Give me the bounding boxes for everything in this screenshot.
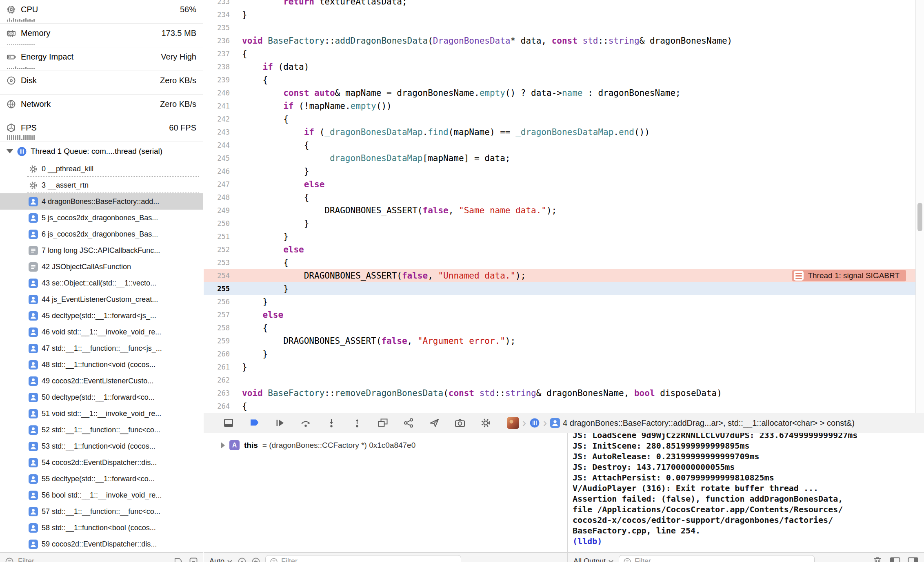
line-number[interactable]: 257 xyxy=(204,311,235,319)
debug-settings-gear-icon[interactable] xyxy=(480,417,492,429)
code-line-246[interactable]: 246 } xyxy=(204,165,924,178)
line-number[interactable]: 249 xyxy=(204,206,235,215)
stack-frame-59[interactable]: 59 cocos2d::EventDispatcher::dis... xyxy=(0,536,203,552)
stack-frame-43[interactable]: 43 se::Object::call(std::__1::vecto... xyxy=(0,275,203,291)
stack-frame-42[interactable]: 42 JSObjectCallAsFunction xyxy=(0,259,203,275)
disclosure-triangle-icon[interactable] xyxy=(221,442,225,449)
line-number[interactable]: 233 xyxy=(204,0,235,6)
clear-console-trash-icon[interactable] xyxy=(873,556,882,562)
thread-row[interactable]: Thread 1 Queue: com....thread (serial) xyxy=(0,142,203,161)
code-line-251[interactable]: 251 } xyxy=(204,230,924,243)
continue-button[interactable] xyxy=(274,417,286,429)
code-line-234[interactable]: 234} xyxy=(204,8,924,21)
hide-debug-area-button[interactable] xyxy=(222,417,235,429)
stack-frame-46[interactable]: 46 void std::__1::__invoke_void_re... xyxy=(0,324,203,340)
stack-frame-51[interactable]: 51 void std::__1::__invoke_void_re... xyxy=(0,405,203,422)
line-number[interactable]: 263 xyxy=(204,389,235,397)
line-number[interactable]: 240 xyxy=(204,89,235,97)
stack-frame-4[interactable]: 4 dragonBones::BaseFactory::add... xyxy=(0,193,203,210)
stack-frame-54[interactable]: 54 cocos2d::EventDispatcher::dis... xyxy=(0,454,203,471)
stack-frame-53[interactable]: 53 std::__1::function<void (cocos... xyxy=(0,438,203,454)
console-filter-field[interactable]: Filter xyxy=(619,555,815,562)
step-over-button[interactable] xyxy=(300,417,312,429)
current-frame-label[interactable]: 4 dragonBones::BaseFactory::addDrag...ar… xyxy=(563,418,855,428)
line-number[interactable]: 261 xyxy=(204,363,235,371)
line-number[interactable]: 248 xyxy=(204,193,235,201)
breakpoints-toggle-button[interactable] xyxy=(248,417,260,429)
code-line-249[interactable]: 249 DRAGONBONES_ASSERT(false, "Same name… xyxy=(204,204,924,217)
gauge-row-cpu[interactable]: CPU56% xyxy=(0,0,203,24)
debug-view-hierarchy-button[interactable] xyxy=(377,417,389,429)
stack-frame-5[interactable]: 5 js_cocos2dx_dragonbones_Bas... xyxy=(0,210,203,226)
line-number[interactable]: 244 xyxy=(204,141,235,149)
thread-jump-icon[interactable] xyxy=(529,418,540,428)
flag-variables-icon[interactable] xyxy=(251,557,260,562)
stack-frame-57[interactable]: 57 std::__1::__function::__func<co... xyxy=(0,503,203,520)
stack-frame-49[interactable]: 49 cocos2d::EventListenerCusto... xyxy=(0,373,203,389)
disclosure-triangle-icon[interactable] xyxy=(7,149,13,153)
code-line-239[interactable]: 239 { xyxy=(204,73,924,86)
code-line-242[interactable]: 242 { xyxy=(204,113,924,126)
app-process-icon[interactable] xyxy=(507,417,519,429)
code-line-240[interactable]: 240 const auto& mapName = dragonBonesNam… xyxy=(204,86,924,100)
editor-scrollbar[interactable] xyxy=(915,0,924,413)
variable-row-this[interactable]: A this = (dragonBones::CCFactory *) 0x1c… xyxy=(204,433,567,450)
code-line-243[interactable]: 243 if (_dragonBonesDataMap.find(mapName… xyxy=(204,126,924,139)
line-number[interactable]: 247 xyxy=(204,180,235,188)
line-number[interactable]: 255 xyxy=(204,285,235,293)
stack-frame-52[interactable]: 52 std::__1::__function::__func<co... xyxy=(0,422,203,438)
stack-frame-50[interactable]: 50 decltype(std::__1::forward<co... xyxy=(0,389,203,405)
source-editor[interactable]: 233 return textureAtlasData;234}235236vo… xyxy=(204,0,924,413)
gauge-row-disk[interactable]: DiskZero KB/s xyxy=(0,71,203,95)
crashed-threads-filter-icon[interactable] xyxy=(189,557,198,562)
memory-graph-button[interactable] xyxy=(402,417,415,429)
stack-frame-45[interactable]: 45 decltype(std::__1::forward<js_... xyxy=(0,308,203,324)
line-number[interactable]: 258 xyxy=(204,324,235,332)
step-out-button[interactable] xyxy=(351,417,363,429)
code-line-252[interactable]: 252 else xyxy=(204,243,924,256)
line-number[interactable]: 259 xyxy=(204,337,235,345)
stack-frame-55[interactable]: 55 decltype(std::__1::forward<co... xyxy=(0,471,203,487)
code-line-233[interactable]: 233 return textureAtlasData; xyxy=(204,0,924,8)
gauge-row-energy[interactable]: Energy ImpactVery High xyxy=(0,47,203,71)
line-number[interactable]: 236 xyxy=(204,37,235,45)
show-variables-of-interest-icon[interactable] xyxy=(238,557,247,562)
step-into-button[interactable] xyxy=(325,417,338,429)
code-line-236[interactable]: 236void BaseFactory::addDragonBonesData(… xyxy=(204,34,924,47)
variables-scope-selector[interactable]: Auto xyxy=(209,557,233,562)
code-line-260[interactable]: 260 } xyxy=(204,347,924,361)
editor-scrollbar-thumb[interactable] xyxy=(917,203,922,231)
line-number[interactable]: 243 xyxy=(204,128,235,136)
frame-jump-icon[interactable] xyxy=(550,418,560,428)
code-line-254[interactable]: 254 DRAGONBONES_ASSERT(false, "Unnamed d… xyxy=(204,269,924,282)
line-number[interactable]: 237 xyxy=(204,50,235,58)
line-number[interactable]: 264 xyxy=(204,402,235,410)
code-line-244[interactable]: 244 { xyxy=(204,139,924,152)
code-line-250[interactable]: 250 } xyxy=(204,217,924,230)
code-line-261[interactable]: 261} xyxy=(204,361,924,374)
code-line-253[interactable]: 253 { xyxy=(204,256,924,269)
line-number[interactable]: 239 xyxy=(204,76,235,84)
console-view[interactable]: JS: LoadScene 9d9WjCzzRNNLLCLvU7duPS: 23… xyxy=(568,433,924,562)
code-line-258[interactable]: 258 { xyxy=(204,321,924,334)
code-line-264[interactable]: 264{ xyxy=(204,400,924,413)
code-line-256[interactable]: 256 } xyxy=(204,295,924,308)
line-number[interactable]: 252 xyxy=(204,246,235,254)
code-line-263[interactable]: 263void BaseFactory::removeDragonBonesDa… xyxy=(204,387,924,400)
stack-frame-48[interactable]: 48 std::__1::function<void (cocos... xyxy=(0,356,203,373)
code-line-245[interactable]: 245 _dragonBonesDataMap[mapName] = data; xyxy=(204,152,924,165)
line-number[interactable]: 262 xyxy=(204,376,235,384)
code-line-262[interactable]: 262 xyxy=(204,374,924,387)
stack-frame-3[interactable]: 3 __assert_rtn xyxy=(0,177,203,193)
line-number[interactable]: 250 xyxy=(204,219,235,228)
code-line-235[interactable]: 235 xyxy=(204,21,924,34)
line-number[interactable]: 251 xyxy=(204,232,235,241)
show-console-view-icon[interactable] xyxy=(908,557,918,562)
line-number[interactable]: 241 xyxy=(204,102,235,110)
show-variables-view-icon[interactable] xyxy=(890,557,900,562)
line-number[interactable]: 242 xyxy=(204,115,235,123)
breakpoints-filter-icon[interactable] xyxy=(173,557,183,562)
stack-frame-56[interactable]: 56 bool std::__1::__invoke_void_re... xyxy=(0,487,203,503)
line-number[interactable]: 246 xyxy=(204,167,235,175)
code-line-255[interactable]: 255 } xyxy=(204,282,924,295)
